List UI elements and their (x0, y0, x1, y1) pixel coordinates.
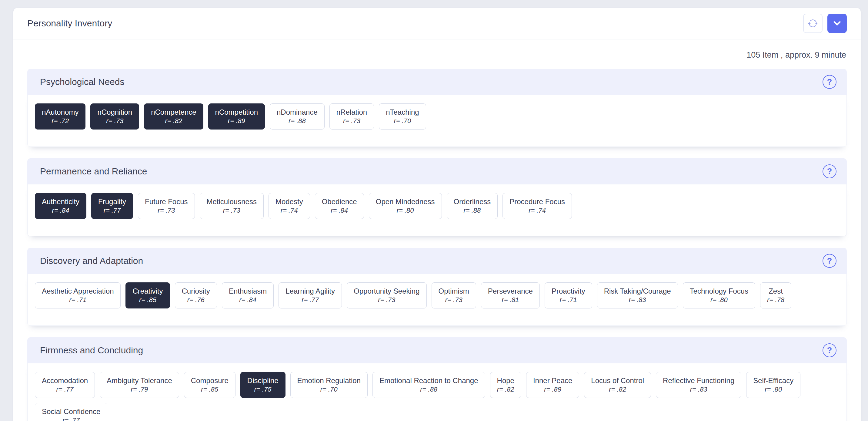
trait-chip-reliability: r= .82 (497, 385, 514, 394)
trait-chip[interactable]: Risk Taking/Courage r= .83 (597, 282, 678, 308)
trait-chip[interactable]: nTeaching r= .70 (379, 104, 426, 130)
trait-chip-label: Learning Agility (285, 286, 335, 296)
trait-chip[interactable]: nCompetence r= .82 (144, 104, 203, 130)
trait-chip-reliability: r= .77 (62, 416, 80, 421)
trait-chip-reliability: r= .73 (445, 296, 463, 304)
section-header: Discovery and Adaptation ? (27, 248, 847, 274)
trait-chip[interactable]: Open Mindedness r= .80 (369, 193, 442, 219)
trait-chip[interactable]: Zest r= .78 (760, 282, 791, 308)
trait-chip[interactable]: Learning Agility r= .77 (279, 282, 342, 308)
trait-chip[interactable]: Modesty r= .74 (269, 193, 310, 219)
trait-chip-reliability: r= .73 (378, 296, 395, 304)
trait-chip[interactable]: Procedure Focus r= .74 (502, 193, 572, 219)
trait-chip-reliability: r= .84 (331, 206, 348, 215)
trait-chip[interactable]: Curiosity r= .76 (175, 282, 217, 308)
trait-chip[interactable]: Emotional Reaction to Change r= .88 (372, 372, 485, 398)
section-header: Psychological Needs ? (27, 69, 847, 95)
card-header: Personality Inventory (13, 8, 861, 39)
card-actions (803, 13, 847, 33)
help-button[interactable]: ? (823, 164, 836, 178)
chips-row: Aesthetic Appreciation r= .71 Creativity… (35, 282, 839, 308)
trait-chip-label: Modesty (276, 197, 303, 206)
personality-inventory-card: Personality Inventory (13, 8, 861, 421)
trait-chip-reliability: r= .78 (767, 296, 784, 304)
trait-chip-reliability: r= .73 (343, 117, 360, 125)
trait-chip[interactable]: Accomodation r= .77 (35, 372, 95, 398)
trait-chip[interactable]: Self-Efficacy r= .80 (746, 372, 800, 398)
trait-chip-label: Obedience (322, 197, 357, 206)
trait-section: Discovery and Adaptation ? Aesthetic App… (27, 248, 847, 326)
trait-chip[interactable]: Enthusiasm r= .84 (222, 282, 274, 308)
refresh-icon (808, 18, 818, 29)
section-body: Aesthetic Appreciation r= .71 Creativity… (27, 274, 847, 326)
trait-chip-label: Creativity (132, 286, 163, 296)
trait-chip[interactable]: Locus of Control r= .82 (584, 372, 651, 398)
item-count-text: 105 Item , approx. 9 minute (27, 50, 847, 60)
trait-chip[interactable]: Aesthetic Appreciation r= .71 (35, 282, 121, 308)
help-button[interactable]: ? (823, 75, 836, 89)
trait-chip[interactable]: nCognition r= .73 (90, 104, 139, 130)
trait-chip-reliability: r= .89 (544, 385, 561, 394)
trait-section: Firmness and Concluding ? Accomodation r… (27, 337, 847, 421)
trait-chip[interactable]: Composure r= .85 (184, 372, 236, 398)
section-title: Firmness and Concluding (40, 345, 143, 356)
trait-chip[interactable]: Inner Peace r= .89 (526, 372, 579, 398)
trait-chip-reliability: r= .73 (106, 117, 123, 125)
trait-chip-label: Orderliness (454, 197, 491, 206)
trait-chip-label: nDominance (277, 107, 318, 117)
trait-chip-label: Ambiguity Tolerance (107, 376, 172, 385)
trait-chip[interactable]: Social Confidence r= .77 (35, 403, 107, 421)
trait-chip[interactable]: Emotion Regulation r= .70 (290, 372, 368, 398)
trait-chip[interactable]: nAutonomy r= .72 (35, 104, 86, 130)
trait-chip[interactable]: Creativity r= .85 (125, 282, 170, 308)
trait-chip[interactable]: nRelation r= .73 (330, 104, 374, 130)
trait-section: Permanence and Reliance ? Authenticity r… (27, 158, 847, 236)
help-button[interactable]: ? (823, 343, 836, 357)
trait-chip[interactable]: Meticulousness r= .73 (200, 193, 264, 219)
page-title: Personality Inventory (27, 18, 112, 29)
trait-chip-reliability: r= .84 (52, 206, 69, 215)
trait-chip-reliability: r= .88 (288, 117, 306, 125)
collapse-button[interactable] (827, 13, 847, 33)
help-button[interactable]: ? (823, 254, 836, 268)
trait-chip-reliability: r= .80 (765, 385, 782, 394)
trait-chip-label: Meticulousness (207, 197, 257, 206)
trait-chip-label: Enthusiasm (229, 286, 267, 296)
trait-chip-reliability: r= .82 (165, 117, 182, 125)
trait-chip[interactable]: Optimism r= .73 (432, 282, 476, 308)
trait-chip[interactable]: Perseverance r= .81 (481, 282, 540, 308)
trait-chip-label: Curiosity (182, 286, 210, 296)
trait-chip-label: Perseverance (488, 286, 533, 296)
trait-chip[interactable]: Obedience r= .84 (315, 193, 364, 219)
trait-chip[interactable]: Orderliness r= .88 (447, 193, 498, 219)
trait-chip-label: Accomodation (42, 376, 88, 385)
trait-chip[interactable]: Future Focus r= .73 (138, 193, 194, 219)
trait-chip-label: Discipline (247, 376, 279, 385)
trait-chip-label: Aesthetic Appreciation (42, 286, 114, 296)
trait-chip[interactable]: Authenticity r= .84 (35, 193, 86, 219)
trait-chip[interactable]: nCompetition r= .89 (208, 104, 265, 130)
trait-chip-label: Self-Efficacy (753, 376, 794, 385)
trait-chip-reliability: r= .71 (560, 296, 577, 304)
trait-chip-label: Zest (769, 286, 783, 296)
page: Personality Inventory (0, 0, 868, 421)
chevron-down-icon (833, 19, 842, 28)
trait-chip-label: nCompetition (215, 107, 258, 117)
trait-chip[interactable]: Reflective Functioning r= .83 (656, 372, 741, 398)
trait-chip-label: Authenticity (42, 197, 80, 206)
trait-chip[interactable]: Ambiguity Tolerance r= .79 (100, 372, 179, 398)
trait-chip-label: Composure (191, 376, 228, 385)
trait-chip-reliability: r= .73 (158, 206, 175, 215)
trait-chip[interactable]: Opportunity Seeking r= .73 (347, 282, 427, 308)
trait-chip-reliability: r= .79 (131, 385, 148, 394)
trait-chip[interactable]: Proactivity r= .71 (545, 282, 592, 308)
trait-chip[interactable]: Discipline r= .75 (240, 372, 285, 398)
trait-chip[interactable]: Technology Focus r= .80 (683, 282, 755, 308)
refresh-button[interactable] (803, 13, 823, 33)
trait-chip-reliability: r= .85 (201, 385, 218, 394)
trait-chip[interactable]: Frugality r= .77 (91, 193, 133, 219)
section-body: Authenticity r= .84 Frugality r= .77 Fut… (27, 185, 847, 236)
trait-chip[interactable]: nDominance r= .88 (270, 104, 324, 130)
trait-chip[interactable]: Hope r= .82 (490, 372, 521, 398)
trait-chip-label: Emotional Reaction to Change (379, 376, 478, 385)
